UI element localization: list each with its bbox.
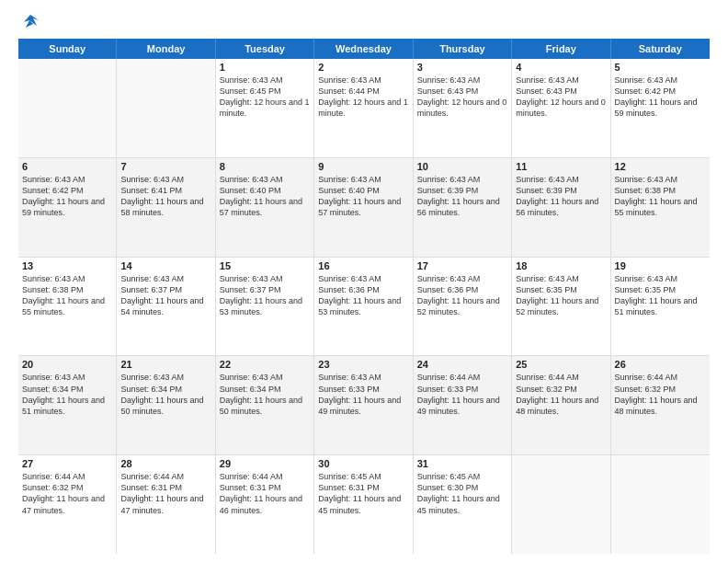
day-number: 12	[615, 161, 706, 172]
day-number: 15	[220, 260, 310, 271]
day-number: 16	[318, 260, 408, 271]
day-cell-2: 2Sunrise: 6:43 AM Sunset: 6:44 PM Daylig…	[314, 59, 413, 157]
cell-info: Sunrise: 6:43 AM Sunset: 6:34 PM Dayligh…	[120, 372, 210, 417]
logo-bird-icon	[20, 11, 40, 31]
day-number: 19	[615, 260, 706, 271]
cell-info: Sunrise: 6:44 AM Sunset: 6:31 PM Dayligh…	[220, 471, 310, 516]
day-cell-3: 3Sunrise: 6:43 AM Sunset: 6:43 PM Daylig…	[414, 59, 512, 157]
day-number: 11	[516, 161, 606, 172]
empty-cell	[512, 455, 610, 554]
cell-info: Sunrise: 6:43 AM Sunset: 6:35 PM Dayligh…	[516, 273, 606, 318]
day-number: 1	[220, 62, 310, 73]
day-number: 21	[120, 359, 210, 370]
cell-info: Sunrise: 6:43 AM Sunset: 6:45 PM Dayligh…	[220, 75, 310, 120]
page: SundayMondayTuesdayWednesdayThursdayFrid…	[0, 0, 728, 563]
day-number: 2	[318, 62, 408, 73]
cell-info: Sunrise: 6:43 AM Sunset: 6:33 PM Dayligh…	[318, 372, 408, 417]
calendar-row-1: 1Sunrise: 6:43 AM Sunset: 6:45 PM Daylig…	[18, 59, 710, 158]
day-cell-11: 11Sunrise: 6:43 AM Sunset: 6:39 PM Dayli…	[512, 158, 610, 257]
day-cell-30: 30Sunrise: 6:45 AM Sunset: 6:31 PM Dayli…	[314, 455, 413, 554]
cell-info: Sunrise: 6:44 AM Sunset: 6:32 PM Dayligh…	[22, 471, 112, 516]
day-number: 25	[516, 359, 606, 370]
day-cell-8: 8Sunrise: 6:43 AM Sunset: 6:40 PM Daylig…	[216, 158, 314, 257]
day-cell-15: 15Sunrise: 6:43 AM Sunset: 6:37 PM Dayli…	[216, 258, 314, 356]
day-number: 22	[220, 359, 310, 370]
day-number: 14	[120, 260, 210, 271]
day-number: 7	[120, 161, 210, 172]
cell-info: Sunrise: 6:43 AM Sunset: 6:42 PM Dayligh…	[615, 75, 706, 120]
day-cell-23: 23Sunrise: 6:43 AM Sunset: 6:33 PM Dayli…	[314, 356, 413, 454]
cell-info: Sunrise: 6:43 AM Sunset: 6:39 PM Dayligh…	[516, 174, 606, 219]
calendar: SundayMondayTuesdayWednesdayThursdayFrid…	[18, 39, 710, 554]
day-number: 4	[516, 62, 606, 73]
cell-info: Sunrise: 6:43 AM Sunset: 6:34 PM Dayligh…	[220, 372, 310, 417]
day-number: 5	[615, 62, 706, 73]
day-cell-5: 5Sunrise: 6:43 AM Sunset: 6:42 PM Daylig…	[611, 59, 710, 157]
day-cell-4: 4Sunrise: 6:43 AM Sunset: 6:43 PM Daylig…	[512, 59, 610, 157]
day-number: 30	[318, 458, 408, 469]
day-cell-20: 20Sunrise: 6:43 AM Sunset: 6:34 PM Dayli…	[18, 356, 117, 454]
cell-info: Sunrise: 6:44 AM Sunset: 6:33 PM Dayligh…	[417, 372, 507, 417]
cell-info: Sunrise: 6:43 AM Sunset: 6:42 PM Dayligh…	[22, 174, 112, 219]
cell-info: Sunrise: 6:43 AM Sunset: 6:40 PM Dayligh…	[318, 174, 408, 219]
cell-info: Sunrise: 6:45 AM Sunset: 6:31 PM Dayligh…	[318, 471, 408, 516]
day-number: 20	[22, 359, 112, 370]
cell-info: Sunrise: 6:43 AM Sunset: 6:37 PM Dayligh…	[120, 273, 210, 318]
header-day-wednesday: Wednesday	[314, 39, 413, 59]
day-number: 8	[220, 161, 310, 172]
day-number: 28	[120, 458, 210, 469]
day-cell-27: 27Sunrise: 6:44 AM Sunset: 6:32 PM Dayli…	[18, 455, 117, 554]
day-cell-29: 29Sunrise: 6:44 AM Sunset: 6:31 PM Dayli…	[216, 455, 314, 554]
cell-info: Sunrise: 6:45 AM Sunset: 6:30 PM Dayligh…	[417, 471, 507, 516]
header-day-monday: Monday	[117, 39, 215, 59]
day-cell-31: 31Sunrise: 6:45 AM Sunset: 6:30 PM Dayli…	[414, 455, 512, 554]
day-number: 3	[417, 62, 507, 73]
day-cell-7: 7Sunrise: 6:43 AM Sunset: 6:41 PM Daylig…	[117, 158, 215, 257]
day-number: 18	[516, 260, 606, 271]
calendar-row-3: 13Sunrise: 6:43 AM Sunset: 6:38 PM Dayli…	[18, 258, 710, 357]
empty-cell	[611, 455, 710, 554]
cell-info: Sunrise: 6:44 AM Sunset: 6:31 PM Dayligh…	[120, 471, 210, 516]
day-cell-18: 18Sunrise: 6:43 AM Sunset: 6:35 PM Dayli…	[512, 258, 610, 356]
day-cell-26: 26Sunrise: 6:44 AM Sunset: 6:32 PM Dayli…	[611, 356, 710, 454]
header	[18, 15, 710, 31]
cell-info: Sunrise: 6:43 AM Sunset: 6:38 PM Dayligh…	[615, 174, 706, 219]
day-cell-22: 22Sunrise: 6:43 AM Sunset: 6:34 PM Dayli…	[216, 356, 314, 454]
day-cell-25: 25Sunrise: 6:44 AM Sunset: 6:32 PM Dayli…	[512, 356, 610, 454]
calendar-header: SundayMondayTuesdayWednesdayThursdayFrid…	[18, 39, 710, 59]
day-number: 26	[615, 359, 706, 370]
empty-cell	[18, 59, 117, 157]
calendar-row-2: 6Sunrise: 6:43 AM Sunset: 6:42 PM Daylig…	[18, 158, 710, 258]
day-cell-9: 9Sunrise: 6:43 AM Sunset: 6:40 PM Daylig…	[314, 158, 413, 257]
day-cell-13: 13Sunrise: 6:43 AM Sunset: 6:38 PM Dayli…	[18, 258, 117, 356]
day-number: 10	[417, 161, 507, 172]
cell-info: Sunrise: 6:43 AM Sunset: 6:41 PM Dayligh…	[120, 174, 210, 219]
calendar-row-4: 20Sunrise: 6:43 AM Sunset: 6:34 PM Dayli…	[18, 356, 710, 455]
cell-info: Sunrise: 6:43 AM Sunset: 6:36 PM Dayligh…	[318, 273, 408, 318]
logo	[18, 15, 40, 31]
day-number: 17	[417, 260, 507, 271]
cell-info: Sunrise: 6:43 AM Sunset: 6:34 PM Dayligh…	[22, 372, 112, 417]
cell-info: Sunrise: 6:43 AM Sunset: 6:37 PM Dayligh…	[220, 273, 310, 318]
day-cell-6: 6Sunrise: 6:43 AM Sunset: 6:42 PM Daylig…	[18, 158, 117, 257]
day-cell-24: 24Sunrise: 6:44 AM Sunset: 6:33 PM Dayli…	[414, 356, 512, 454]
day-cell-1: 1Sunrise: 6:43 AM Sunset: 6:45 PM Daylig…	[216, 59, 314, 157]
header-day-thursday: Thursday	[414, 39, 512, 59]
day-cell-10: 10Sunrise: 6:43 AM Sunset: 6:39 PM Dayli…	[414, 158, 512, 257]
day-number: 6	[22, 161, 112, 172]
cell-info: Sunrise: 6:43 AM Sunset: 6:43 PM Dayligh…	[516, 75, 606, 120]
cell-info: Sunrise: 6:43 AM Sunset: 6:44 PM Dayligh…	[318, 75, 408, 120]
day-number: 13	[22, 260, 112, 271]
header-day-saturday: Saturday	[611, 39, 710, 59]
cell-info: Sunrise: 6:43 AM Sunset: 6:40 PM Dayligh…	[220, 174, 310, 219]
calendar-body: 1Sunrise: 6:43 AM Sunset: 6:45 PM Daylig…	[18, 59, 710, 554]
day-cell-21: 21Sunrise: 6:43 AM Sunset: 6:34 PM Dayli…	[117, 356, 215, 454]
calendar-row-5: 27Sunrise: 6:44 AM Sunset: 6:32 PM Dayli…	[18, 455, 710, 554]
day-number: 27	[22, 458, 112, 469]
day-number: 24	[417, 359, 507, 370]
day-number: 9	[318, 161, 408, 172]
day-cell-16: 16Sunrise: 6:43 AM Sunset: 6:36 PM Dayli…	[314, 258, 413, 356]
day-number: 23	[318, 359, 408, 370]
empty-cell	[117, 59, 215, 157]
cell-info: Sunrise: 6:43 AM Sunset: 6:38 PM Dayligh…	[22, 273, 112, 318]
